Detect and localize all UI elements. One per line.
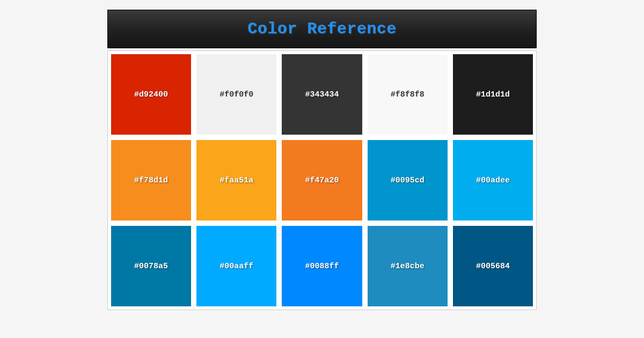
- color-swatch: #005684: [453, 226, 533, 306]
- swatch-hex-label: #343434: [305, 90, 339, 99]
- swatch-hex-label: #0078a5: [134, 262, 168, 271]
- color-swatch: #f78d1d: [111, 140, 191, 221]
- swatch-hex-label: #f78d1d: [134, 176, 168, 185]
- swatch-hex-label: #faa51a: [219, 176, 253, 185]
- color-swatch: #f8f8f8: [368, 54, 448, 135]
- color-swatch: #faa51a: [196, 140, 276, 221]
- swatch-hex-label: #0088ff: [305, 262, 339, 271]
- color-swatch: #d92400: [111, 54, 191, 135]
- swatch-hex-label: #00aaff: [219, 262, 253, 271]
- color-swatch: #0078a5: [111, 226, 191, 306]
- swatch-hex-label: #1e8cbe: [391, 262, 425, 271]
- page-header: Color Reference: [107, 10, 537, 48]
- color-swatch: #0095cd: [368, 140, 448, 221]
- swatch-hex-label: #f0f0f0: [219, 90, 253, 99]
- color-swatch: #00aaff: [196, 226, 276, 306]
- swatches-wrapper: #d92400#f0f0f0#343434#f8f8f8#1d1d1d#f78d…: [107, 50, 537, 310]
- page-title: Color Reference: [108, 20, 536, 38]
- swatch-grid: #d92400#f0f0f0#343434#f8f8f8#1d1d1d#f78d…: [111, 54, 533, 306]
- swatch-hex-label: #1d1d1d: [476, 90, 510, 99]
- color-swatch: #f0f0f0: [196, 54, 276, 135]
- swatch-hex-label: #d92400: [134, 90, 168, 99]
- color-swatch: #0088ff: [282, 226, 362, 306]
- swatch-hex-label: #0095cd: [391, 176, 425, 185]
- swatch-hex-label: #f47a20: [305, 176, 339, 185]
- swatch-hex-label: #00adee: [476, 176, 510, 185]
- color-swatch: #00adee: [453, 140, 533, 221]
- swatch-hex-label: #005684: [476, 262, 510, 271]
- color-swatch: #343434: [282, 54, 362, 135]
- color-swatch: #1e8cbe: [368, 226, 448, 306]
- color-reference-container: Color Reference #d92400#f0f0f0#343434#f8…: [107, 10, 537, 338]
- color-swatch: #1d1d1d: [453, 54, 533, 135]
- color-swatch: #f47a20: [282, 140, 362, 221]
- swatch-hex-label: #f8f8f8: [391, 90, 425, 99]
